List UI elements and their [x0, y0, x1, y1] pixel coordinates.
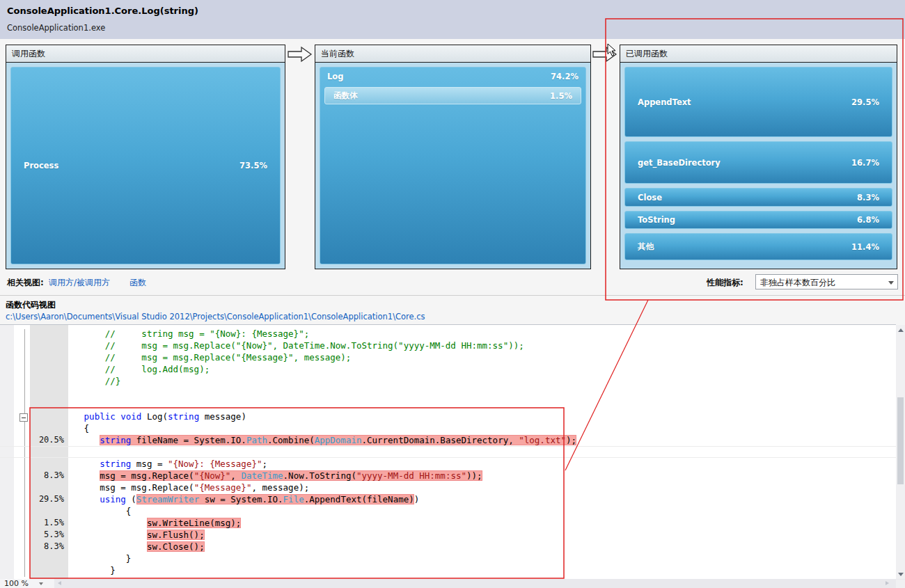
line-percent: [0, 564, 68, 576]
function-header: ConsoleApplication1.Core.Log(string) Con…: [0, 0, 905, 39]
code-line: // msg = msg.Replace("{Message}", messag…: [0, 351, 896, 363]
code-text: string fileName = System.IO.Path.Combine…: [68, 434, 896, 446]
code-line: string msg = "{Now}: {Message}";: [0, 458, 896, 470]
caller-callee-view-link[interactable]: 调用方/被调用方: [49, 277, 110, 289]
code-text: sw.Close();: [68, 541, 896, 553]
code-line: 20.5% string fileName = System.IO.Path.C…: [0, 434, 896, 446]
function-body-label: 函数体: [333, 90, 358, 101]
callee-label: 其他: [638, 241, 654, 252]
callee-box[interactable]: ToString6.8%: [624, 211, 892, 229]
code-text: [68, 447, 896, 457]
caller-label: Process: [24, 161, 58, 170]
current-function-value: 74.2%: [551, 72, 579, 81]
code-line: [0, 387, 896, 399]
scroll-down-icon[interactable]: [898, 573, 904, 576]
caller-value: 73.5%: [239, 161, 267, 170]
source-file-path-link[interactable]: c:\Users\Aaron\Documents\Visual Studio 2…: [6, 312, 425, 321]
panel-called-functions-body: AppendText29.5%get_BaseDirectory16.7%Clo…: [620, 63, 897, 269]
line-percent: 8.3%: [0, 541, 68, 553]
code-text: }: [68, 553, 896, 564]
function-details-view: ConsoleApplication1.Core.Log(string) Con…: [0, 0, 905, 588]
panel-current-function: 当前函数 Log 74.2% 函数体 1.5%: [315, 45, 591, 269]
zoom-level-dropdown[interactable]: 100 %: [0, 579, 54, 588]
panel-calling-functions-title: 调用函数: [6, 45, 285, 63]
callee-box[interactable]: Close8.3%: [624, 188, 892, 207]
line-percent: [0, 351, 68, 363]
chevron-down-icon: [888, 281, 894, 285]
code-line: // string msg = "{Now}: {Message}";: [0, 328, 896, 340]
code-line: {: [0, 422, 896, 434]
panel-called-functions-title: 已调用函数: [620, 45, 897, 63]
code-view-title: 函数代码视图: [6, 299, 56, 311]
code-text: msg = msg.Replace("{Now}", DateTime.Now.…: [68, 470, 896, 482]
line-percent: [0, 458, 68, 470]
panel-calling-functions-body: Process 73.5%: [6, 63, 285, 269]
code-text: // msg = msg.Replace("{Message}", messag…: [68, 351, 896, 363]
callee-box[interactable]: get_BaseDirectory16.7%: [624, 141, 892, 184]
code-text: string msg = "{Now}: {Message}";: [68, 458, 896, 470]
collapse-region-toggle[interactable]: [19, 413, 28, 422]
line-percent: [0, 328, 68, 340]
line-percent: [0, 505, 68, 517]
code-line: [0, 399, 896, 411]
caller-box-process[interactable]: Process 73.5%: [10, 67, 281, 264]
line-percent: [0, 387, 68, 399]
code-line: //}: [0, 375, 896, 387]
code-line: 1.5% sw.WriteLine(msg);: [0, 517, 896, 529]
line-percent: 29.5%: [0, 493, 68, 505]
callee-box[interactable]: AppendText29.5%: [624, 67, 892, 137]
function-body-value: 1.5%: [550, 91, 572, 101]
line-percent: [0, 399, 68, 411]
line-percent: 20.5%: [0, 434, 68, 446]
mouse-cursor-icon: [607, 43, 617, 57]
line-percent: 1.5%: [0, 517, 68, 529]
code-line: public void Log(string message): [0, 411, 896, 422]
line-percent: [0, 553, 68, 564]
code-line: }: [0, 564, 896, 576]
vertical-scrollbar-thumb[interactable]: [897, 397, 904, 484]
code-text: using (StreamWriter sw = System.IO.File.…: [68, 493, 896, 505]
code-line: 8.3% sw.Close();: [0, 541, 896, 553]
code-line: {: [0, 505, 896, 517]
code-line: [0, 446, 896, 458]
code-text: // msg = msg.Replace("{Now}", DateTime.N…: [68, 340, 896, 351]
module-name: ConsoleApplication1.exe: [7, 23, 105, 33]
scroll-left-icon[interactable]: [58, 581, 61, 585]
line-percent: [0, 482, 68, 493]
current-function-box-log[interactable]: Log 74.2% 函数体 1.5%: [320, 67, 586, 264]
code-line: 5.3% sw.Flush();: [0, 529, 896, 541]
callee-value: 11.4%: [851, 242, 879, 252]
code-text: msg = msg.Replace("{Message}", message);: [68, 482, 896, 493]
code-text: public void Log(string message): [68, 411, 896, 422]
code-text: // string msg = "{Now}: {Message}";: [68, 328, 896, 340]
log-row: Log 74.2%: [320, 67, 585, 86]
related-views-row: 相关视图: 调用方/被调用方 函数 性能指标: 非独占样本数百分比: [0, 274, 905, 291]
function-body-box[interactable]: 函数体 1.5%: [324, 87, 581, 104]
line-percent: 5.3%: [0, 529, 68, 541]
scroll-right-icon[interactable]: [886, 581, 889, 585]
callee-label: AppendText: [638, 97, 691, 107]
code-lines: // string msg = "{Now}: {Message}"; // m…: [0, 328, 896, 576]
callee-label: get_BaseDirectory: [638, 158, 721, 168]
vertical-scrollbar[interactable]: [896, 325, 905, 580]
metric-dropdown[interactable]: 非独占样本数百分比: [755, 274, 898, 289]
code-text: [68, 399, 896, 411]
code-text: //}: [68, 375, 896, 387]
scroll-up-icon[interactable]: [898, 328, 904, 332]
code-text: sw.Flush();: [68, 529, 896, 541]
callee-box[interactable]: 其他11.4%: [624, 233, 892, 260]
code-line: // log.Add(msg);: [0, 363, 896, 375]
metric-selected-value: 非独占样本数百分比: [760, 277, 835, 289]
callee-value: 16.7%: [851, 158, 879, 168]
callee-value: 6.8%: [857, 215, 879, 225]
related-views-label: 相关视图:: [7, 277, 44, 289]
editor-bottom-bar: 100 %: [0, 579, 905, 588]
function-title: ConsoleApplication1.Core.Log(string): [7, 6, 198, 16]
line-percent: [0, 422, 68, 434]
section-divider: [0, 295, 905, 296]
callee-value: 29.5%: [851, 97, 879, 107]
chevron-down-icon: [39, 582, 43, 585]
functions-view-link[interactable]: 函数: [129, 277, 146, 289]
flow-arrow-icon: [288, 45, 313, 63]
line-percent: [0, 340, 68, 351]
